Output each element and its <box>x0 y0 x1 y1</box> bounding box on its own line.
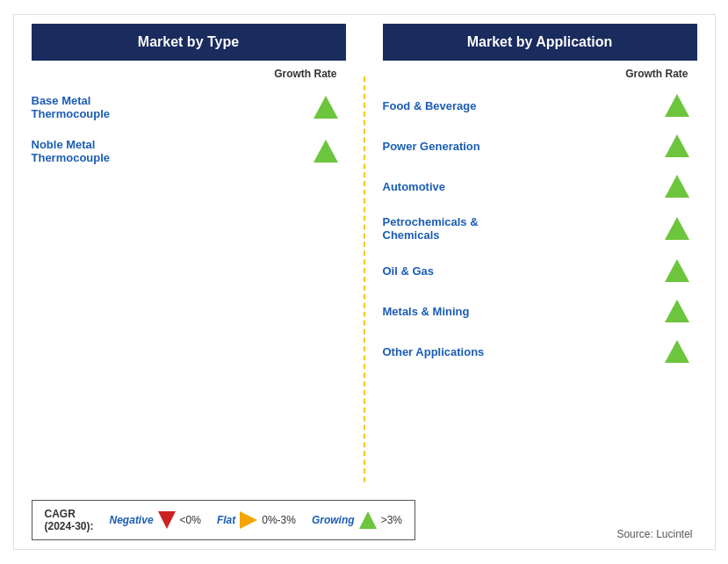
right-arrow-1 <box>662 94 697 117</box>
bottom-section: CAGR (2024-30): Negative <0% Flat 0%-3% … <box>32 482 697 540</box>
left-item-row-2: Noble Metal Thermocouple <box>32 129 346 173</box>
right-item-row-3: Automotive <box>383 166 697 206</box>
up-arrow-icon-1 <box>314 96 338 119</box>
up-arrow-icon-r6 <box>665 300 689 322</box>
right-item-label-6: Metals & Mining <box>383 305 662 318</box>
cagr-label: CAGR (2024-30): <box>45 508 94 532</box>
source-text: Source: Lucintel <box>616 528 696 540</box>
up-arrow-icon-r1 <box>665 94 689 117</box>
right-item-row-7: Other Applications <box>383 331 697 372</box>
growing-value: >3% <box>381 514 402 526</box>
negative-label: Negative <box>110 514 154 526</box>
up-arrow-icon-r5 <box>665 259 689 282</box>
right-item-label-4: Petrochemicals & Chemicals <box>383 215 662 242</box>
up-arrow-icon-r7 <box>665 340 689 363</box>
right-arrow-7 <box>662 340 697 363</box>
growing-label: Growing <box>312 514 355 526</box>
legend-flat: Flat 0%-3% <box>217 511 296 529</box>
right-item-label-2: Power Generation <box>383 140 662 153</box>
left-panel-header: Market by Type <box>32 24 346 61</box>
right-item-row-4: Petrochemicals & Chemicals <box>383 206 697 250</box>
right-arrow-4 <box>662 217 697 240</box>
left-item-label-1: Base Metal Thermocouple <box>32 94 311 120</box>
right-panel: Market by Application Growth Rate Food &… <box>365 24 697 482</box>
right-arrow-3 <box>662 175 697 198</box>
right-item-label-3: Automotive <box>383 180 662 193</box>
main-container: Market by Type Growth Rate Base Metal Th… <box>13 14 716 550</box>
legend-negative: Negative <0% <box>110 511 201 529</box>
left-item-label-2: Noble Metal Thermocouple <box>32 138 311 164</box>
right-arrow-icon <box>240 511 257 529</box>
right-item-label-5: Oil & Gas <box>383 264 662 278</box>
right-item-row-2: Power Generation <box>383 126 697 166</box>
right-item-row-1: Food & Beverage <box>383 85 697 126</box>
left-arrow-1 <box>311 96 346 119</box>
right-growth-rate-label: Growth Rate <box>383 68 697 80</box>
right-arrow-5 <box>662 259 697 282</box>
panels-container: Market by Type Growth Rate Base Metal Th… <box>32 24 697 482</box>
right-arrow-2 <box>662 134 697 157</box>
flat-value: 0%-3% <box>262 514 296 526</box>
down-arrow-icon <box>158 511 176 529</box>
up-arrow-icon-r3 <box>665 175 689 198</box>
negative-value: <0% <box>180 514 201 526</box>
left-arrow-2 <box>311 140 346 163</box>
right-item-label-1: Food & Beverage <box>383 99 662 112</box>
legend-box: CAGR (2024-30): Negative <0% Flat 0%-3% … <box>32 500 415 540</box>
flat-label: Flat <box>217 514 235 526</box>
right-arrow-6 <box>662 300 697 322</box>
up-arrow-icon-r2 <box>665 134 689 157</box>
left-panel: Market by Type Growth Rate Base Metal Th… <box>32 24 364 482</box>
up-arrow-icon-r4 <box>665 217 689 240</box>
right-item-row-5: Oil & Gas <box>383 250 697 291</box>
right-panel-header: Market by Application <box>383 24 697 61</box>
left-growth-rate-label: Growth Rate <box>32 68 346 80</box>
right-item-label-7: Other Applications <box>383 345 662 358</box>
up-arrow-icon-2 <box>314 140 338 163</box>
up-arrow-small-icon <box>359 511 377 529</box>
right-item-row-6: Metals & Mining <box>383 291 697 331</box>
left-item-row-1: Base Metal Thermocouple <box>32 85 346 129</box>
legend-growing: Growing >3% <box>312 511 402 529</box>
